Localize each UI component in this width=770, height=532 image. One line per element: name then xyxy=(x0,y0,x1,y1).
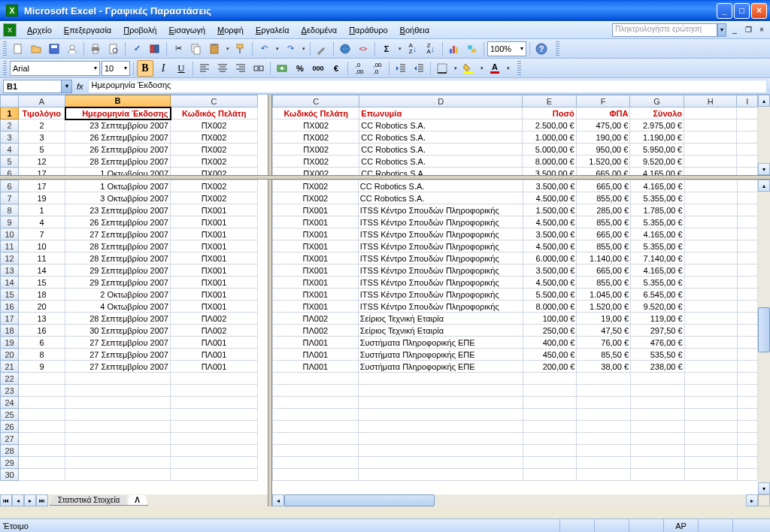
save-button[interactable] xyxy=(46,41,62,57)
tab-first-button[interactable]: ⏮ xyxy=(0,494,12,506)
menu-Μορφή[interactable]: Μορφή xyxy=(211,24,250,36)
doc-close-button[interactable]: × xyxy=(756,25,767,35)
toolbar-options[interactable] xyxy=(517,61,521,76)
menu-Εισαγωγή[interactable]: Εισαγωγή xyxy=(162,24,211,36)
pane-bottom-right[interactable]: ΠΧ002CC Robotics S.A.3.500,00 €665,00 €4… xyxy=(272,180,758,494)
borders-button[interactable] xyxy=(434,60,450,77)
help-search-input[interactable]: Πληκτρολογήστε ερώτηση xyxy=(612,23,717,37)
menu-Βοήθεια[interactable]: Βοήθεια xyxy=(394,24,435,36)
font-combo[interactable]: Arial▾ xyxy=(10,61,100,76)
open-button[interactable] xyxy=(28,41,44,57)
font-color-button[interactable]: A xyxy=(487,60,503,77)
permission-button[interactable] xyxy=(64,41,80,57)
vertical-scrollbar-bottom[interactable]: ▴ ▾ xyxy=(758,180,770,494)
vertical-scrollbar[interactable]: ▴ ▾ xyxy=(758,95,770,175)
fill-color-dropdown[interactable]: ▾ xyxy=(478,65,485,71)
drawing-button[interactable] xyxy=(464,41,480,57)
research-button[interactable] xyxy=(147,41,163,57)
decrease-decimal-button[interactable]: ,00,0 xyxy=(369,60,386,77)
scroll-thumb[interactable] xyxy=(758,307,770,352)
sort-desc-button[interactable]: ZA↓ xyxy=(423,41,439,57)
hscroll-thumb[interactable] xyxy=(284,494,435,506)
zoom-combo[interactable]: 100%▾ xyxy=(487,41,526,56)
redo-button[interactable]: ↷ xyxy=(282,41,299,57)
formula-input[interactable]: Ημερομηνία Έκδοσης xyxy=(88,80,767,93)
scroll-down-button[interactable]: ▾ xyxy=(758,482,770,494)
decrease-indent-button[interactable] xyxy=(393,60,409,77)
close-button[interactable]: × xyxy=(751,3,767,19)
svg-rect-14 xyxy=(212,44,217,46)
sort-asc-button[interactable]: AZ↓ xyxy=(405,41,421,57)
menu-Αρχείο[interactable]: Αρχείο xyxy=(21,24,58,36)
increase-decimal-button[interactable]: ,0,00 xyxy=(351,60,368,77)
scroll-down-button[interactable]: ▾ xyxy=(758,163,770,175)
menu-Παράθυρο[interactable]: Παράθυρο xyxy=(343,24,393,36)
new-button[interactable] xyxy=(10,41,26,57)
tab-next-button[interactable]: ▸ xyxy=(24,494,36,506)
autosum-button[interactable]: Σ xyxy=(378,41,395,57)
print-preview-button[interactable] xyxy=(105,41,122,57)
undo-button[interactable]: ↶ xyxy=(256,41,272,57)
italic-button[interactable]: I xyxy=(155,60,171,77)
paste-button[interactable] xyxy=(206,41,223,57)
fill-color-button[interactable] xyxy=(460,60,477,77)
pane-top-right[interactable]: CDEFGHIΚωδικός ΠελάτηΕπωνυμίαΠοσόΦΠΑΣύνο… xyxy=(272,95,758,175)
increase-indent-button[interactable] xyxy=(411,60,427,77)
menu-Προβολή[interactable]: Προβολή xyxy=(117,24,162,36)
format-painter-button[interactable] xyxy=(232,41,249,57)
font-size-combo[interactable]: 10▾ xyxy=(102,61,130,76)
borders-dropdown[interactable]: ▾ xyxy=(452,65,459,71)
print-button[interactable] xyxy=(87,41,104,57)
scroll-up-button[interactable]: ▴ xyxy=(758,95,770,107)
scroll-left-button[interactable]: ◂ xyxy=(272,494,284,506)
minimize-button[interactable]: _ xyxy=(717,3,732,19)
maximize-button[interactable]: □ xyxy=(734,3,750,19)
toolbar-grip[interactable] xyxy=(3,41,7,56)
paste-dropdown[interactable]: ▾ xyxy=(224,46,231,52)
toolbar-options[interactable] xyxy=(556,41,559,56)
vertical-split-bar[interactable] xyxy=(268,95,272,506)
bold-button[interactable]: B xyxy=(137,60,153,77)
undo-dropdown[interactable]: ▾ xyxy=(274,46,280,52)
tab-last-button[interactable]: ⏭ xyxy=(36,494,48,506)
comma-button[interactable]: 000 xyxy=(310,60,326,77)
help-search-dropdown[interactable]: ▾ xyxy=(717,23,726,37)
align-left-button[interactable] xyxy=(196,60,213,77)
sheet-tab[interactable]: Λ xyxy=(126,495,148,506)
horizontal-split-bar[interactable] xyxy=(0,175,770,180)
align-right-button[interactable] xyxy=(232,60,249,77)
pane-top-left[interactable]: ABC1ΤιμολόγιοΗμερομηνία ΈκδοσηςΚωδικός Π… xyxy=(0,95,268,175)
help-button[interactable]: ? xyxy=(533,41,550,57)
toolbar-grip[interactable] xyxy=(3,61,7,76)
doc-minimize-button[interactable]: _ xyxy=(729,25,740,35)
cut-button[interactable]: ✂ xyxy=(170,41,186,57)
ink-button[interactable] xyxy=(314,41,330,57)
name-box[interactable]: B1▾ xyxy=(3,80,72,93)
euro-button[interactable]: € xyxy=(328,60,344,77)
copy-button[interactable] xyxy=(188,41,205,57)
align-center-button[interactable] xyxy=(214,60,231,77)
horizontal-scrollbar[interactable]: ◂ ▸ xyxy=(272,494,758,506)
fx-icon[interactable]: fx xyxy=(75,82,85,91)
sheet-tab[interactable]: Στατιστικά Στοιχεία xyxy=(50,495,128,506)
scroll-right-button[interactable]: ▸ xyxy=(746,494,758,506)
xml-button[interactable]: <> xyxy=(355,41,371,57)
tab-prev-button[interactable]: ◂ xyxy=(12,494,24,506)
menu-Εργαλεία[interactable]: Εργαλεία xyxy=(250,24,296,36)
spelling-button[interactable]: ✓ xyxy=(129,41,145,57)
autosum-dropdown[interactable]: ▾ xyxy=(396,46,403,52)
menu-Επεξεργασία[interactable]: Επεξεργασία xyxy=(58,24,117,36)
underline-button[interactable]: U xyxy=(173,60,189,77)
doc-restore-button[interactable]: ❐ xyxy=(743,25,753,35)
chart-wizard-button[interactable] xyxy=(446,41,462,57)
hyperlink-button[interactable] xyxy=(337,41,353,57)
pane-bottom-left[interactable]: 6171 Οκτωβρίου 2007ΠΧ0027193 Οκτωβρίου 2… xyxy=(0,180,268,494)
merge-center-button[interactable]: a xyxy=(250,60,267,77)
font-color-dropdown[interactable]: ▾ xyxy=(505,65,511,71)
menu-Δεδομένα[interactable]: Δεδομένα xyxy=(296,24,344,36)
workbook-icon[interactable]: X xyxy=(3,23,17,37)
percent-button[interactable]: % xyxy=(292,60,308,77)
scroll-up-button[interactable]: ▴ xyxy=(758,180,770,192)
redo-dropdown[interactable]: ▾ xyxy=(300,46,307,52)
currency-button[interactable] xyxy=(274,60,290,77)
